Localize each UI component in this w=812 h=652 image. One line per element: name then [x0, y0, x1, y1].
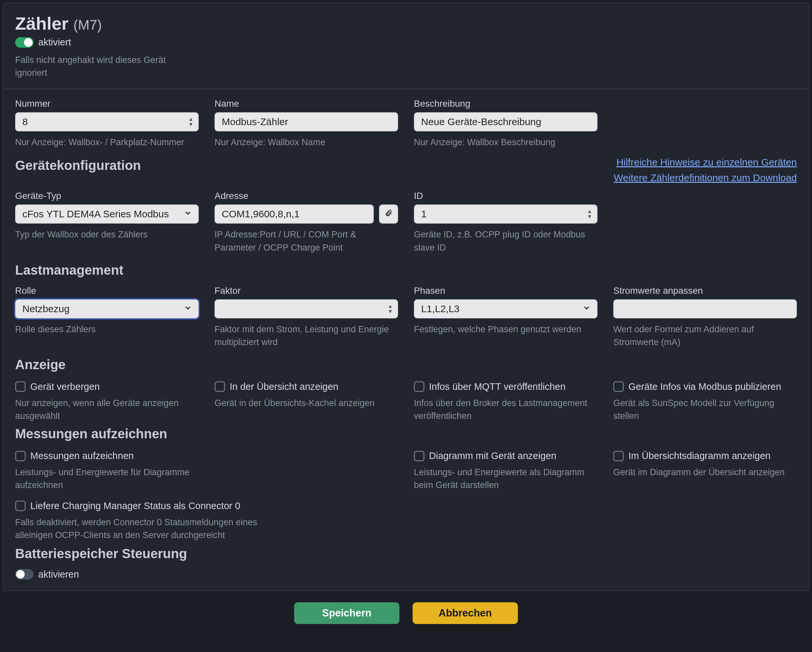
role-label: Rolle [15, 286, 199, 296]
title-subid: (M7) [73, 17, 102, 32]
record-measurements-checkbox[interactable] [15, 451, 26, 461]
role-value: Netzbezug [22, 303, 69, 314]
desc-hint: Nur Anzeige: Wallbox Beschreibung [414, 136, 597, 149]
connector0-status-hint: Falls deaktiviert, werden Connector 0 St… [15, 516, 265, 542]
factor-hint: Faktor mit dem Strom, Leistung und Energ… [215, 323, 398, 349]
device-settings-panel: Zähler (M7) aktiviert Falls nicht angeha… [3, 3, 809, 591]
device-type-label: Geräte-Typ [15, 191, 199, 201]
factor-input[interactable]: ▲▼ [215, 299, 398, 318]
hide-device-checkbox[interactable] [15, 381, 26, 392]
publish-modbus-checkbox[interactable] [613, 381, 624, 392]
number-input[interactable]: ▲▼ [15, 112, 199, 132]
address-hint: IP Adresse:Port / URL / COM Port & Param… [215, 228, 398, 254]
desc-label: Beschreibung [414, 98, 597, 109]
stepper-icon: ▲▼ [188, 116, 194, 127]
enabled-hint: Falls nicht angehakt wird dieses Gerät i… [15, 54, 170, 80]
name-hint: Nur Anzeige: Wallbox Name [215, 136, 398, 149]
role-select[interactable]: Netzbezug [15, 299, 199, 318]
divider [3, 89, 809, 89]
number-hint: Nur Anzeige: Wallbox- / Parkplatz-Nummer [15, 136, 199, 149]
address-label: Adresse [215, 191, 398, 201]
record-measurements-label: Messungen aufzeichnen [30, 450, 134, 461]
address-input-el[interactable] [222, 205, 366, 223]
help-link-devices[interactable]: Hilfreiche Hinweise zu einzelnen Geräten [616, 157, 797, 168]
record-section-title: Messungen aufzeichnen [15, 426, 797, 441]
chevron-down-icon [183, 208, 192, 220]
device-type-value: cFos YTL DEM4A Series Modbus [22, 208, 169, 220]
show-overview-hint: Gerät in der Übersichts-Kachel anzeigen [215, 397, 398, 410]
id-input[interactable]: ▲▼ [414, 205, 597, 223]
publish-modbus-label: Geräte Infos via Modbus publizieren [629, 381, 781, 392]
phases-value: L1,L2,L3 [421, 303, 459, 314]
title-text: Zähler [15, 14, 69, 33]
record-measurements-hint: Leistungs- und Energiewerte für Diagramm… [15, 466, 199, 491]
address-input[interactable] [215, 205, 374, 223]
phases-select[interactable]: L1,L2,L3 [414, 299, 597, 318]
load-section-title: Lastmanagement [15, 263, 797, 278]
hide-device-label: Gerät verbergen [30, 381, 100, 392]
save-button[interactable]: Speichern [294, 602, 400, 624]
phases-hint: Festlegen, welche Phasen genutzt werden [414, 323, 597, 336]
paperclip-icon [385, 209, 392, 219]
desc-input[interactable] [414, 112, 597, 132]
adjust-label: Stromwerte anpassen [613, 286, 797, 296]
connector0-status-label: Liefere Charging Manager Status als Conn… [30, 500, 240, 511]
publish-mqtt-checkbox[interactable] [414, 381, 424, 392]
stepper-icon: ▲▼ [388, 304, 393, 314]
publish-mqtt-label: Infos über MQTT veröffentlichen [429, 381, 566, 392]
show-overview-label: In der Übersicht anzeigen [230, 381, 338, 392]
publish-modbus-hint: Gerät als SunSpec Modell zur Verfügung s… [613, 397, 797, 422]
show-overview-diagram-label: Im Übersichtsdiagramm anzeigen [629, 450, 771, 461]
help-link-meter-definitions[interactable]: Weitere Zählerdefinitionen zum Download [614, 172, 797, 183]
publish-mqtt-hint: Infos über den Broker des Lastmanagement… [414, 397, 597, 422]
factor-input-el[interactable] [222, 300, 391, 318]
stepper-icon: ▲▼ [587, 209, 592, 219]
name-label: Name [215, 98, 398, 109]
show-diagram-device-checkbox[interactable] [414, 451, 424, 461]
id-hint: Geräte ID, z.B. OCPP plug ID oder Modbus… [414, 228, 597, 254]
factor-label: Faktor [215, 286, 398, 296]
name-input-el[interactable] [222, 113, 391, 131]
chevron-down-icon [183, 303, 192, 314]
display-section-title: Anzeige [15, 357, 797, 372]
hide-device-hint: Nur anzeigen, wenn alle Geräte anzeigen … [15, 397, 199, 422]
role-hint: Rolle dieses Zählers [15, 323, 199, 336]
show-overview-diagram-checkbox[interactable] [613, 451, 624, 461]
name-input[interactable] [215, 112, 398, 132]
cancel-button[interactable]: Abbrechen [412, 602, 518, 624]
show-diagram-device-hint: Leistungs- und Energiewerte als Diagramm… [414, 466, 597, 491]
desc-input-el[interactable] [421, 113, 590, 131]
config-section-title: Gerätekonfiguration [15, 158, 141, 173]
id-label: ID [414, 191, 597, 201]
show-overview-diagram-hint: Gerät im Diagramm der Übersicht anzeigen [613, 466, 797, 479]
device-type-hint: Typ der Wallbox oder des Zählers [15, 228, 199, 241]
number-label: Nummer [15, 98, 199, 109]
adjust-hint: Wert oder Formel zum Addieren auf Stromw… [613, 323, 797, 349]
number-input-el[interactable] [22, 113, 191, 131]
connector0-status-checkbox[interactable] [15, 500, 26, 511]
adjust-input-el[interactable] [621, 300, 790, 318]
adjust-input[interactable] [613, 299, 797, 318]
device-type-select[interactable]: cFos YTL DEM4A Series Modbus [15, 205, 199, 223]
enabled-label: aktiviert [38, 37, 71, 48]
battery-section-title: Batteriespeicher Steuerung [15, 546, 797, 561]
battery-enable-label: aktivieren [38, 569, 79, 580]
show-overview-checkbox[interactable] [215, 381, 225, 392]
page-title: Zähler (M7) [15, 13, 102, 34]
show-diagram-device-label: Diagramm mit Gerät anzeigen [429, 450, 556, 461]
footer-actions: Speichern Abbrechen [0, 594, 812, 635]
attach-button[interactable] [379, 205, 398, 223]
phases-label: Phasen [414, 286, 597, 296]
battery-enable-toggle[interactable] [15, 569, 34, 580]
id-input-el[interactable] [421, 205, 590, 223]
chevron-down-icon [582, 303, 591, 314]
enabled-toggle[interactable] [15, 37, 34, 48]
